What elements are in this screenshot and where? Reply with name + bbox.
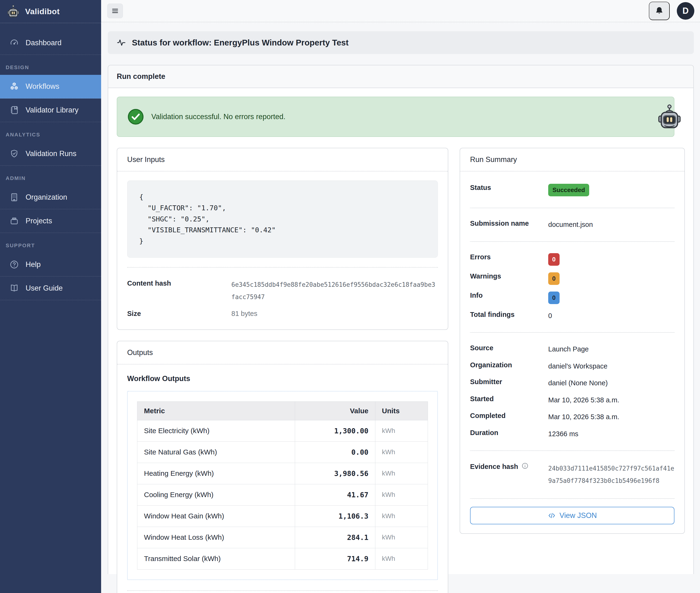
sidebar-item-label: User Guide <box>26 284 63 292</box>
source-row: Source Launch Page <box>470 341 674 358</box>
submission-label: Submission name <box>470 220 548 227</box>
content-hash-label: Content hash <box>127 278 231 287</box>
duration-row: Duration 12366 ms <box>470 426 674 443</box>
hamburger-icon <box>111 7 119 15</box>
info-row: Info 0 <box>470 288 674 307</box>
sidebar-item-help[interactable]: Help <box>0 253 101 277</box>
journal-bookmark-icon <box>9 105 19 115</box>
warnings-badge: 0 <box>548 272 560 285</box>
sidebar: Validibot Dashboard DESIGN Workflows Val… <box>0 0 101 593</box>
warnings-row: Warnings 0 <box>470 269 674 288</box>
sidebar-item-projects[interactable]: Projects <box>0 209 101 233</box>
success-message: Validation successful. No errors reporte… <box>151 113 285 121</box>
sidebar-item-label: Validation Runs <box>26 150 77 158</box>
sidebar-item-validation-runs[interactable]: Validation Runs <box>0 142 101 166</box>
brand-name: Validibot <box>25 7 60 16</box>
question-circle-icon <box>9 260 19 269</box>
metric-cell: Window Heat Gain (kWh) <box>137 505 295 527</box>
workflow-outputs-table: Metric Value Units Site Electricity (kWh <box>137 401 428 569</box>
table-row: Site Electricity (kWh) 1,300.00 kWh <box>137 420 428 441</box>
metric-cell: Cooling Energy (kWh) <box>137 484 295 505</box>
evidence-hash-value: 24b033d7111e415850c727f97c561af41e9a75a0… <box>548 462 674 487</box>
table-header-row: Metric Value Units <box>137 401 428 420</box>
view-json-button[interactable]: View JSON <box>470 507 674 524</box>
info-circle-icon[interactable] <box>522 462 529 471</box>
metric-cell: Site Electricity (kWh) <box>137 420 295 441</box>
units-cell: kWh <box>375 548 428 569</box>
units-cell: kWh <box>375 484 428 505</box>
table-row: Heating Energy (kWh) 3,980.56 kWh <box>137 463 428 484</box>
value-cell: 284.1 <box>295 527 375 548</box>
divider <box>127 267 438 268</box>
notifications-button[interactable] <box>649 2 670 20</box>
metric-cell: Window Heat Loss (kWh) <box>137 527 295 548</box>
divider <box>470 332 674 333</box>
units-cell: kWh <box>375 420 428 441</box>
size-label: Size <box>127 309 231 318</box>
table-row: Transmitted Solar (kWh) 714.9 kWh <box>137 548 428 569</box>
started-label: Started <box>470 395 548 403</box>
value-cell: 3,980.56 <box>295 463 375 484</box>
sidebar-item-label: Dashboard <box>26 39 61 47</box>
columns: User Inputs { "U_FACTOR": "1.70", "SHGC"… <box>117 148 685 593</box>
sidebar-toggle-button[interactable] <box>107 4 123 18</box>
sidebar-section-design: DESIGN <box>0 55 101 75</box>
sidebar-section-admin: ADMIN <box>0 166 101 186</box>
run-complete-card: Run complete Validation successful. No e… <box>108 65 694 574</box>
table-row: Cooling Energy (kWh) 41.67 kWh <box>137 484 428 505</box>
divider <box>470 241 674 242</box>
sidebar-section-support: SUPPORT <box>0 233 101 253</box>
info-badge: 0 <box>548 291 560 304</box>
warnings-label: Warnings <box>470 272 548 280</box>
user-inputs-card: User Inputs { "U_FACTOR": "1.70", "SHGC"… <box>117 148 448 330</box>
duration-value: 12366 ms <box>548 429 578 439</box>
metric-cell: Site Natural Gas (kWh) <box>137 441 295 463</box>
metric-cell: Transmitted Solar (kWh) <box>137 548 295 569</box>
units-cell: kWh <box>375 463 428 484</box>
success-alert: Validation successful. No errors reporte… <box>117 96 674 137</box>
shield-check-icon <box>9 149 19 158</box>
book-open-icon <box>9 283 19 293</box>
sidebar-item-label: Projects <box>26 217 52 225</box>
value-cell: 1,106.3 <box>295 505 375 527</box>
units-cell: kWh <box>375 505 428 527</box>
value-cell: 714.9 <box>295 548 375 569</box>
view-json-label: View JSON <box>560 511 597 520</box>
main-area: D Status for workflow: EnergyPlus Window… <box>101 0 700 593</box>
status-label: Status <box>470 184 548 192</box>
value-cell: 0.00 <box>295 441 375 463</box>
completed-label: Completed <box>470 412 548 420</box>
topbar-right: D <box>649 2 694 20</box>
divider <box>470 208 674 208</box>
source-label: Source <box>470 344 548 352</box>
sidebar-item-label: Organization <box>26 193 67 202</box>
sidebar-item-label: Workflows <box>26 82 59 91</box>
table-row: Window Heat Loss (kWh) 284.1 kWh <box>137 527 428 548</box>
outputs-body: Workflow Outputs Metric Value Units <box>117 364 448 593</box>
source-value: Launch Page <box>548 344 589 355</box>
started-value: Mar 10, 2026 5:38 a.m. <box>548 395 619 405</box>
sidebar-item-dashboard[interactable]: Dashboard <box>0 31 101 55</box>
user-inputs-title: User Inputs <box>117 148 448 171</box>
workflow-outputs-heading: Workflow Outputs <box>127 374 438 383</box>
total-findings-label: Total findings <box>470 311 548 319</box>
avatar[interactable]: D <box>677 2 694 19</box>
submission-row: Submission name document.json <box>470 216 674 233</box>
workflow-outputs-table-wrap: Metric Value Units Site Electricity (kWh <box>127 391 438 580</box>
sidebar-item-user-guide[interactable]: User Guide <box>0 277 101 300</box>
divider <box>470 498 674 499</box>
code-icon <box>548 512 556 520</box>
sidebar-item-organization[interactable]: Organization <box>0 186 101 209</box>
sidebar-item-validator-library[interactable]: Validator Library <box>0 98 101 122</box>
bell-icon <box>655 6 664 15</box>
sidebar-item-workflows[interactable]: Workflows <box>0 75 101 98</box>
organization-value: daniel's Workspace <box>548 361 607 371</box>
organization-label: Organization <box>470 361 548 369</box>
brand[interactable]: Validibot <box>0 0 101 23</box>
user-inputs-body: { "U_FACTOR": "1.70", "SHGC": "0.25", "V… <box>117 171 448 329</box>
started-row: Started Mar 10, 2026 5:38 a.m. <box>470 392 674 409</box>
check-circle-icon <box>127 108 144 125</box>
sidebar-item-label: Help <box>26 260 41 269</box>
info-label: Info <box>470 291 548 299</box>
sidebar-section-analytics: ANALYTICS <box>0 122 101 142</box>
